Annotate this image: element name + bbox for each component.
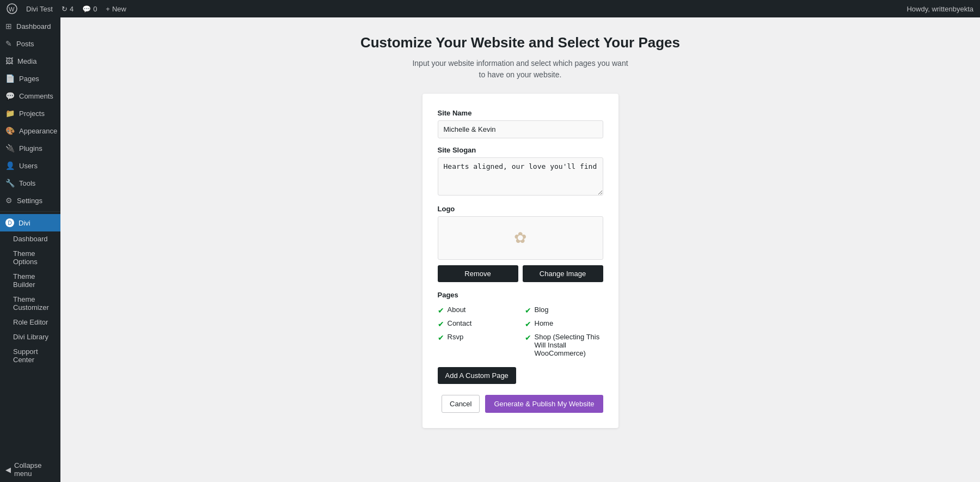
sidebar-item-dashboard[interactable]: ⊞ Dashboard [0, 17, 60, 35]
page-label-home: Home [535, 319, 554, 327]
sidebar-item-plugins[interactable]: 🔌 Plugins [0, 139, 60, 157]
sidebar-label-tools: Tools [19, 179, 35, 187]
page-label-shop: Shop (Selecting This Will Install WooCom… [535, 333, 603, 357]
page-checkbox-about[interactable]: ✔ About [438, 306, 516, 315]
updates-icon: ↻ [62, 5, 68, 13]
comments-icon: 💬 [82, 5, 91, 13]
new-item[interactable]: + New [106, 5, 126, 13]
divi-label: Divi [19, 219, 30, 227]
new-icon: + [106, 5, 110, 13]
sidebar-item-projects[interactable]: 📁 Projects [0, 105, 60, 122]
publish-button[interactable]: Generate & Publish My Website [485, 395, 603, 413]
page-checkbox-shop[interactable]: ✔ Shop (Selecting This Will Install WooC… [525, 333, 603, 357]
check-about-icon: ✔ [438, 306, 444, 315]
new-label: New [112, 5, 126, 13]
projects-icon: 📁 [5, 109, 15, 118]
comments-count: 0 [93, 5, 97, 13]
divi-submenu-support[interactable]: Support Center [0, 344, 60, 367]
change-image-button[interactable]: Change Image [523, 265, 603, 282]
logo-placeholder-icon: ✿ [514, 229, 526, 247]
sidebar-label-dashboard: Dashboard [16, 22, 51, 30]
page-label-rsvp: Rsvp [448, 333, 464, 341]
wp-logo-item[interactable]: W [7, 3, 17, 14]
layout: ⊞ Dashboard ✎ Posts 🖼 Media 📄 Pages 💬 Co… [0, 17, 980, 482]
check-blog-icon: ✔ [525, 306, 531, 315]
logo-button-row: Remove Change Image [438, 265, 603, 282]
sidebar-item-settings[interactable]: ⚙ Settings [0, 192, 60, 209]
site-slogan-field-label: Site Slogan [438, 146, 603, 154]
wp-logo-icon: W [7, 3, 17, 14]
site-name-label: Divi Test [26, 5, 53, 13]
admin-bar: W Divi Test ↻ 4 💬 0 + New Howdy, written… [0, 0, 980, 17]
check-contact-icon: ✔ [438, 320, 444, 328]
appearance-icon: 🎨 [5, 126, 15, 135]
sidebar-item-comments[interactable]: 💬 Comments [0, 87, 60, 105]
page-checkbox-blog[interactable]: ✔ Blog [525, 306, 603, 315]
sidebar-label-media: Media [17, 57, 36, 65]
check-shop-icon: ✔ [525, 333, 531, 342]
remove-logo-button[interactable]: Remove [438, 265, 518, 282]
divi-submenu-theme-customizer[interactable]: Theme Customizer [0, 292, 60, 315]
page-label-blog: Blog [535, 306, 549, 314]
sidebar-label-projects: Projects [19, 109, 45, 118]
dashboard-icon: ⊞ [5, 22, 12, 30]
sidebar-item-divi[interactable]: D Divi [0, 214, 60, 231]
logo-preview-area: ✿ [438, 216, 603, 260]
page-checkbox-contact[interactable]: ✔ Contact [438, 319, 516, 328]
tools-icon: 🔧 [5, 179, 15, 187]
divi-submenu-role-editor[interactable]: Role Editor [0, 315, 60, 330]
sidebar-item-posts[interactable]: ✎ Posts [0, 35, 60, 52]
divi-submenu-library[interactable]: Divi Library [0, 330, 60, 344]
media-icon: 🖼 [5, 57, 13, 65]
sidebar-item-users[interactable]: 👤 Users [0, 157, 60, 174]
check-rsvp-icon: ✔ [438, 333, 444, 342]
sidebar-label-settings: Settings [17, 197, 42, 205]
sidebar-label-appearance: Appearance [19, 127, 57, 135]
divi-submenu-theme-builder[interactable]: Theme Builder [0, 269, 60, 292]
check-home-icon: ✔ [525, 320, 531, 328]
pages-grid: ✔ About ✔ Blog ✔ Contact ✔ Home ✔ Rsvp [438, 306, 603, 357]
sidebar-label-posts: Posts [16, 40, 34, 48]
pages-icon: 📄 [5, 74, 15, 83]
form-card: Site Name Site Slogan Hearts aligned, ou… [422, 94, 618, 428]
admin-bar-left: W Divi Test ↻ 4 💬 0 + New [7, 3, 126, 14]
comments-item[interactable]: 💬 0 [82, 5, 97, 13]
updates-item[interactable]: ↻ 4 [62, 5, 74, 13]
sidebar-divider [0, 211, 60, 212]
sidebar-item-appearance[interactable]: 🎨 Appearance [0, 122, 60, 139]
page-checkbox-rsvp[interactable]: ✔ Rsvp [438, 333, 516, 357]
page-title: Customize Your Website and Select Your P… [360, 34, 680, 52]
sidebar-item-media[interactable]: 🖼 Media [0, 52, 60, 70]
sidebar-item-pages[interactable]: 📄 Pages [0, 70, 60, 87]
pages-section-label: Pages [438, 291, 603, 299]
sidebar-item-tools[interactable]: 🔧 Tools [0, 174, 60, 192]
collapse-menu-button[interactable]: ◀ Collapse menu [0, 457, 60, 482]
cancel-button[interactable]: Cancel [442, 395, 480, 413]
site-name-item[interactable]: Divi Test [26, 5, 53, 13]
divi-submenu-dashboard[interactable]: Dashboard [0, 231, 60, 246]
greeting: Howdy, writtenbyekta [906, 5, 973, 13]
site-name-input[interactable] [438, 120, 603, 138]
divi-submenu-theme-options[interactable]: Theme Options [0, 246, 60, 269]
footer-buttons: Cancel Generate & Publish My Website [438, 395, 603, 413]
sidebar-label-plugins: Plugins [19, 144, 42, 152]
page-checkbox-home[interactable]: ✔ Home [525, 319, 603, 328]
comments-sidebar-icon: 💬 [5, 91, 15, 100]
users-icon: 👤 [5, 161, 15, 170]
greeting-text: Howdy, writtenbyekta [906, 5, 973, 13]
logo-field-label: Logo [438, 205, 603, 213]
divi-submenu: Dashboard Theme Options Theme Builder Th… [0, 231, 60, 367]
svg-text:W: W [9, 6, 15, 13]
main-content: Customize Your Website and Select Your P… [60, 17, 980, 482]
sidebar: ⊞ Dashboard ✎ Posts 🖼 Media 📄 Pages 💬 Co… [0, 17, 60, 482]
divi-circle-icon: D [5, 218, 14, 227]
plugins-icon: 🔌 [5, 144, 15, 152]
collapse-label: Collapse menu [14, 461, 55, 478]
page-subtitle: Input your website information and selec… [412, 58, 629, 81]
page-label-about: About [448, 306, 466, 314]
site-slogan-input[interactable]: Hearts aligned, our love you'll find [438, 157, 603, 196]
add-custom-page-button[interactable]: Add A Custom Page [438, 367, 516, 384]
settings-icon: ⚙ [5, 196, 13, 205]
page-label-contact: Contact [448, 319, 472, 327]
updates-count: 4 [70, 5, 74, 13]
